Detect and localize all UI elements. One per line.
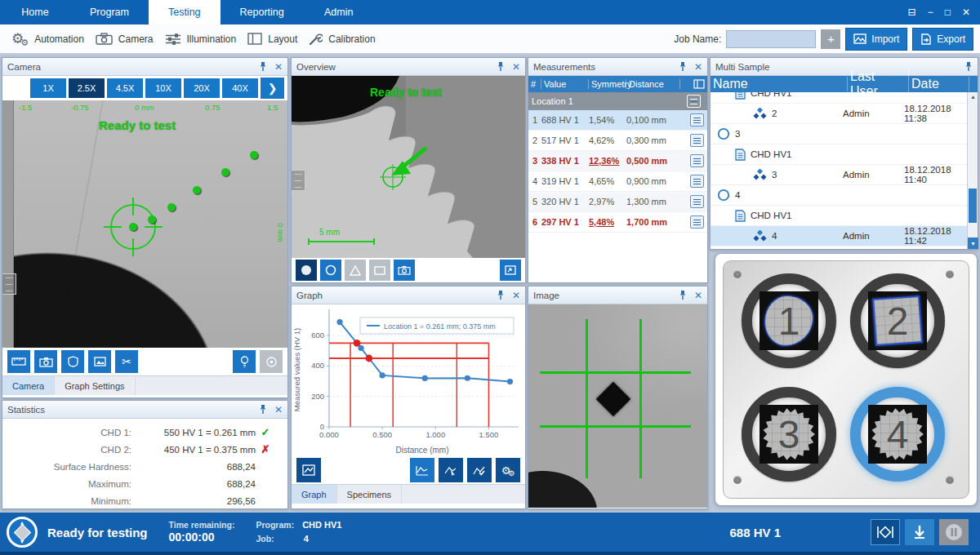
measurement-row-2[interactable]: 2517 HV 14,62%0,300 mm [528, 131, 707, 151]
shield-tool-icon[interactable] [61, 350, 84, 373]
nav-tab-program[interactable]: Program [70, 0, 149, 24]
nav-tab-reporting[interactable]: Reporting [220, 0, 304, 24]
light-icon[interactable] [233, 350, 256, 373]
ruler-tool-icon[interactable] [7, 350, 30, 373]
sample-position-3[interactable]: 3 [742, 387, 836, 482]
camera-tab-camera[interactable]: Camera [2, 376, 55, 395]
row-detail-icon[interactable] [690, 134, 704, 147]
multi-sample-row-1[interactable]: 2Admin18.12.2018 11:38 [710, 104, 978, 124]
row-detail-icon[interactable] [690, 154, 704, 167]
measurement-row-4[interactable]: 4319 HV 14,65%0,900 mm [528, 171, 707, 192]
close-icon[interactable]: ✕ [274, 61, 283, 73]
chart-settings-gears-icon[interactable]: ⚙⚙ [496, 458, 520, 482]
zoom-4_5x[interactable]: 4.5X [107, 78, 143, 98]
indentation-image[interactable] [528, 304, 707, 508]
pin-icon[interactable] [964, 61, 973, 72]
zoom-40x[interactable]: 40X [222, 78, 258, 98]
tool-illumination[interactable]: Illumination [165, 33, 237, 46]
scroll-up-icon[interactable]: ▲ [970, 94, 976, 100]
group-detail-icon[interactable] [687, 95, 701, 108]
dock-window-icon[interactable]: ⊟ [908, 7, 916, 18]
multi-sample-row-3[interactable]: CHD HV1 [710, 144, 978, 165]
close-icon[interactable]: ✕ [694, 290, 702, 301]
multi-sample-row-2[interactable]: 3 [710, 124, 978, 144]
tool-automation[interactable]: ⚙⚙Automation [11, 30, 84, 48]
close-icon[interactable]: ✕ [512, 290, 520, 301]
measurement-row-6[interactable]: 6297 HV 15,48%1,700 mm [528, 212, 707, 233]
pin-icon[interactable] [259, 61, 267, 72]
sample-position-4[interactable]: 4 [850, 387, 945, 482]
add-job-button[interactable]: + [821, 29, 840, 49]
overview-snapshot-icon[interactable] [394, 260, 415, 281]
minimize-icon[interactable]: − [928, 7, 933, 18]
drag-handle-icon[interactable]: ——— [2, 273, 16, 295]
pin-icon[interactable] [259, 404, 267, 415]
drag-handle-icon[interactable]: ——— [292, 170, 305, 191]
close-icon[interactable]: ✕ [512, 61, 520, 73]
maximize-icon[interactable]: □ [945, 7, 951, 18]
multi-sample-row-6[interactable]: CHD HV1 [710, 206, 978, 226]
sample-position-1[interactable]: 1 [742, 273, 836, 368]
snapshot-icon[interactable] [34, 350, 57, 373]
measurement-row-1[interactable]: 1688 HV 11,54%0,100 mm [528, 110, 707, 131]
multi-sample-row-5[interactable]: 4 [710, 185, 978, 206]
graph-panel-header: Graph ✕ [292, 286, 525, 304]
pin-icon[interactable] [497, 290, 505, 300]
row-detail-icon[interactable] [690, 175, 704, 188]
tool-calibration[interactable]: Calibration [309, 32, 375, 46]
close-icon[interactable]: ✕ [274, 404, 283, 415]
export-view-icon[interactable] [500, 260, 521, 281]
import-button[interactable]: Import [845, 28, 907, 51]
zoom-20x[interactable]: 20X [184, 78, 220, 98]
tool-camera[interactable]: Camera [96, 33, 154, 45]
multi-sample-scrollbar[interactable]: ▲ ▼ [967, 92, 978, 249]
zoom-next-icon[interactable]: ❯ [261, 78, 284, 99]
graph-tab-graph[interactable]: Graph [292, 485, 337, 504]
tool-layout[interactable]: Layout [247, 33, 297, 45]
overlay-image-icon[interactable] [88, 350, 111, 373]
tree-user-cell: Admin [843, 231, 904, 241]
scissors-icon[interactable]: ✂ [115, 350, 138, 373]
measurement-row-5[interactable]: 5320 HV 12,97%1,300 mm [528, 192, 707, 212]
scroll-down-icon[interactable]: ▼ [968, 238, 978, 249]
job-name-input[interactable] [726, 30, 816, 48]
nav-tab-admin[interactable]: Admin [304, 0, 374, 24]
camera-tab-graph-settings[interactable]: Graph Settings [55, 376, 135, 395]
chart-export-icon[interactable] [296, 458, 321, 482]
multi-sample-row-4[interactable]: 3Admin18.12.2018 11:40 [710, 165, 978, 185]
zoom-1x[interactable]: 1X [30, 78, 66, 98]
multi-sample-row-7[interactable]: 4Admin18.12.2018 11:42 [710, 226, 978, 246]
camera-live-image[interactable]: ——— -1.5-0.750 mm0.751.5 0 mm Ready to t… [2, 100, 287, 348]
row-detail-icon[interactable] [690, 215, 704, 229]
row-detail-icon[interactable] [690, 195, 704, 208]
export-button[interactable]: Export [912, 28, 973, 51]
overview-image[interactable]: Ready to test 5 mm ——— [292, 76, 525, 258]
zoom-2_5x[interactable]: 2.5X [69, 78, 105, 98]
filled-circle-tool-icon[interactable] [296, 260, 317, 281]
chart-cursor-icon[interactable] [439, 458, 463, 482]
col-header-detail-icon[interactable] [691, 79, 707, 89]
pin-icon[interactable] [497, 61, 505, 72]
nav-tab-home[interactable]: Home [0, 0, 70, 24]
lower-head-arrow-icon[interactable] [905, 519, 934, 545]
close-icon[interactable]: ✕ [694, 61, 702, 73]
chart-check-icon[interactable] [467, 458, 492, 482]
hardness-curve-chart[interactable]: 02004006000.0000.5001.0001.500Location 1… [292, 304, 525, 456]
measurements-group-row[interactable]: Location 1 [528, 92, 707, 110]
measurement-row-3[interactable]: 3338 HV 112,36%0,500 mm [528, 151, 707, 171]
pin-icon[interactable] [679, 290, 687, 300]
graph-tab-specimens[interactable]: Specimens [337, 485, 402, 504]
sample-position-2[interactable]: 2 [850, 273, 945, 368]
close-window-icon[interactable]: ✕ [962, 7, 970, 18]
row-detail-icon[interactable] [690, 113, 704, 127]
nav-tab-testing[interactable]: Testing [149, 0, 220, 24]
chart-line-icon[interactable] [410, 458, 434, 482]
scrollbar-thumb[interactable] [969, 189, 977, 223]
tool-label: Layout [268, 33, 297, 45]
multi-sample-row-0[interactable]: CHD HV1 [710, 92, 978, 104]
tree-name-cell: 2 [710, 108, 843, 119]
circle-tool-icon[interactable] [320, 260, 341, 281]
pin-icon[interactable] [679, 61, 687, 72]
measure-diamond-icon[interactable] [871, 519, 900, 545]
zoom-10x[interactable]: 10X [145, 78, 181, 98]
